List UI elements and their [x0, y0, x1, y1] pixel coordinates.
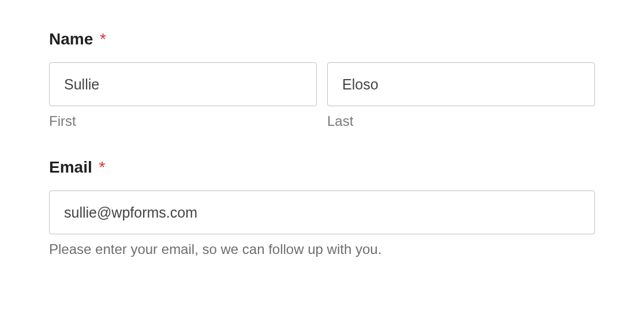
last-name-input[interactable]	[327, 62, 595, 106]
last-name-column: Last	[327, 62, 595, 129]
email-input[interactable]	[49, 190, 595, 234]
email-field-group: Email * Please enter your email, so we c…	[49, 158, 595, 257]
required-indicator: *	[99, 158, 105, 176]
email-label: Email *	[49, 158, 595, 177]
email-description: Please enter your email, so we can follo…	[49, 241, 595, 257]
name-label-text: Name	[49, 30, 93, 48]
email-label-text: Email	[49, 158, 92, 176]
name-label: Name *	[49, 30, 595, 48]
first-name-column: First	[49, 62, 317, 129]
first-name-sublabel: First	[49, 113, 317, 129]
required-indicator: *	[100, 30, 106, 48]
name-field-group: Name * First Last	[49, 30, 595, 129]
name-row: First Last	[49, 62, 595, 129]
first-name-input[interactable]	[49, 62, 317, 106]
last-name-sublabel: Last	[327, 113, 595, 129]
